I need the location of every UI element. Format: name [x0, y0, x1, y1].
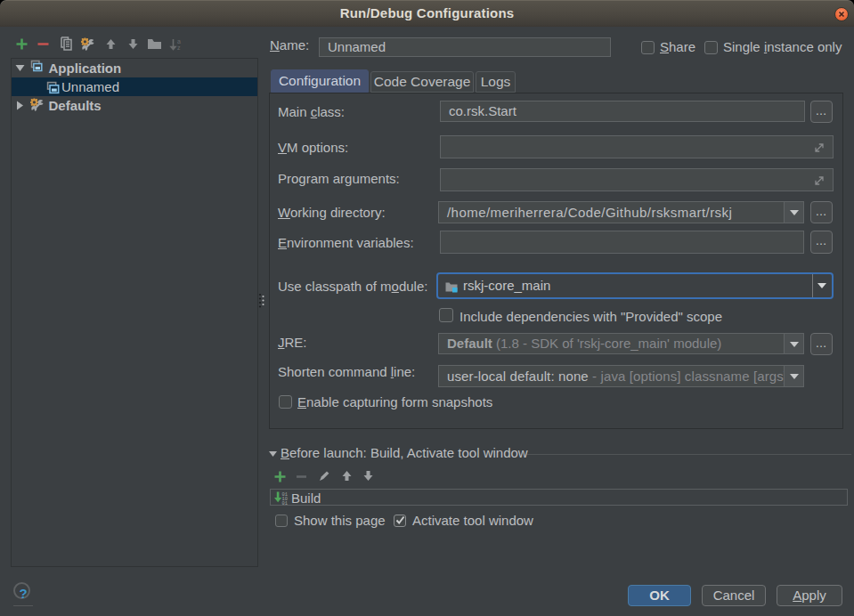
svg-text:01: 01 [282, 501, 288, 506]
svg-text:a: a [177, 38, 181, 45]
svg-text:z: z [177, 45, 181, 51]
